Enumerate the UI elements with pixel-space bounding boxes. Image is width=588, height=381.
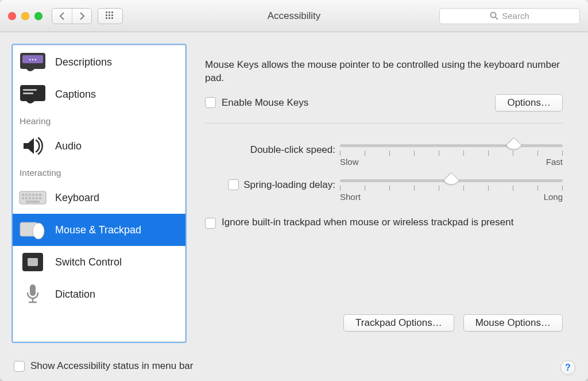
sidebar-item-label: Descriptions — [55, 56, 112, 68]
spring-loading-label: Spring-loading delay: — [243, 179, 335, 191]
enable-mouse-keys-checkbox[interactable] — [205, 97, 216, 108]
svg-rect-14 — [39, 194, 41, 196]
double-click-speed-row: Double-click speed: Slow Fast — [205, 144, 563, 167]
spring-loading-checkbox[interactable] — [228, 179, 239, 190]
svg-rect-13 — [36, 194, 38, 196]
content-area: ••• Descriptions Captions Hearing Audio … — [0, 32, 588, 355]
slider-min-label: Short — [340, 192, 361, 202]
sidebar-item-captions[interactable]: Captions — [13, 78, 185, 110]
svg-rect-25 — [28, 258, 38, 266]
sidebar-item-switch-control[interactable]: Switch Control — [13, 246, 185, 278]
show-all-button[interactable] — [98, 8, 123, 24]
trackpad-options-button[interactable]: Trackpad Options… — [343, 314, 454, 332]
enable-mouse-keys-label: Enable Mouse Keys — [222, 97, 308, 109]
sidebar-item-label: Mouse & Trackpad — [55, 224, 141, 236]
sidebar-item-label: Keyboard — [55, 192, 99, 204]
footer: Show Accessibility status in menu bar ? — [0, 355, 588, 381]
minimize-window-button[interactable] — [21, 12, 29, 20]
spring-loading-row: Spring-loading delay: Short Long — [205, 179, 563, 202]
svg-rect-11 — [29, 194, 31, 196]
svg-rect-15 — [22, 197, 24, 199]
mic-icon — [18, 283, 47, 306]
keyboard-icon — [18, 186, 47, 209]
sidebar-item-label: Captions — [55, 88, 96, 101]
sidebar-item-label: Dictation — [55, 288, 95, 301]
panel-description: Mouse Keys allows the mouse pointer to b… — [205, 59, 563, 85]
captions-icon — [18, 83, 47, 106]
svg-rect-7 — [23, 93, 33, 94]
forward-button[interactable] — [72, 9, 91, 24]
help-button[interactable]: ? — [560, 360, 575, 375]
slider-ticks — [340, 186, 563, 191]
search-icon — [490, 11, 498, 20]
search-placeholder: Search — [502, 11, 529, 21]
show-status-label: Show Accessibility status in menu bar — [30, 360, 193, 372]
nav-back-forward — [52, 8, 92, 24]
descriptions-icon: ••• — [18, 51, 47, 74]
svg-rect-12 — [32, 194, 34, 196]
back-button[interactable] — [52, 9, 72, 24]
close-window-button[interactable] — [8, 12, 16, 20]
mouse-icon — [18, 218, 47, 241]
svg-rect-18 — [32, 197, 34, 199]
zoom-window-button[interactable] — [34, 12, 42, 20]
double-click-speed-slider[interactable] — [340, 144, 563, 147]
sidebar-item-keyboard[interactable]: Keyboard — [13, 182, 185, 214]
slider-max-label: Fast — [546, 157, 563, 167]
settings-panel: Mouse Keys allows the mouse pointer to b… — [192, 44, 577, 343]
window-controls — [8, 12, 42, 20]
show-status-checkbox[interactable] — [14, 361, 25, 372]
preferences-window: Accessibility Search ••• Descriptions Ca… — [0, 0, 588, 381]
svg-rect-26 — [30, 284, 36, 296]
ignore-trackpad-row: Ignore built-in trackpad when mouse or w… — [205, 217, 563, 229]
slider-max-label: Long — [544, 192, 563, 202]
svg-rect-20 — [39, 197, 41, 199]
speaker-icon — [18, 134, 47, 157]
svg-rect-16 — [25, 197, 28, 199]
slider-ticks — [340, 151, 563, 156]
mouse-keys-options-button[interactable]: Options… — [495, 94, 563, 111]
svg-point-23 — [33, 223, 44, 239]
sidebar-item-label: Switch Control — [55, 256, 122, 268]
svg-rect-10 — [25, 194, 28, 196]
svg-rect-17 — [29, 197, 31, 199]
grid-icon — [106, 11, 115, 21]
svg-rect-9 — [22, 194, 24, 196]
titlebar: Accessibility Search — [0, 0, 588, 32]
category-sidebar[interactable]: ••• Descriptions Captions Hearing Audio … — [11, 44, 187, 343]
ignore-trackpad-label: Ignore built-in trackpad when mouse or w… — [222, 217, 513, 228]
mouse-options-button[interactable]: Mouse Options… — [463, 314, 563, 332]
svg-rect-21 — [26, 201, 40, 203]
svg-rect-6 — [23, 89, 37, 91]
sidebar-section-hearing: Hearing — [13, 110, 185, 130]
ignore-trackpad-checkbox[interactable] — [205, 218, 216, 229]
sidebar-section-interacting: Interacting — [13, 162, 185, 182]
sidebar-item-mouse-trackpad[interactable]: Mouse & Trackpad — [13, 214, 185, 246]
search-field[interactable]: Search — [439, 8, 580, 24]
slider-min-label: Slow — [340, 157, 359, 167]
chevron-left-icon — [59, 12, 65, 20]
double-click-speed-label: Double-click speed: — [205, 144, 340, 156]
svg-point-0 — [491, 13, 496, 18]
sidebar-item-descriptions[interactable]: ••• Descriptions — [13, 46, 185, 78]
svg-rect-19 — [36, 197, 38, 199]
spring-loading-slider[interactable] — [340, 179, 563, 182]
switch-icon — [18, 251, 47, 274]
svg-line-1 — [496, 17, 498, 20]
sidebar-item-dictation[interactable]: Dictation — [13, 278, 185, 310]
divider — [205, 123, 563, 124]
chevron-right-icon — [79, 12, 86, 20]
svg-text:•••: ••• — [29, 57, 37, 63]
sidebar-item-label: Audio — [55, 140, 82, 152]
sidebar-item-audio[interactable]: Audio — [13, 130, 185, 162]
